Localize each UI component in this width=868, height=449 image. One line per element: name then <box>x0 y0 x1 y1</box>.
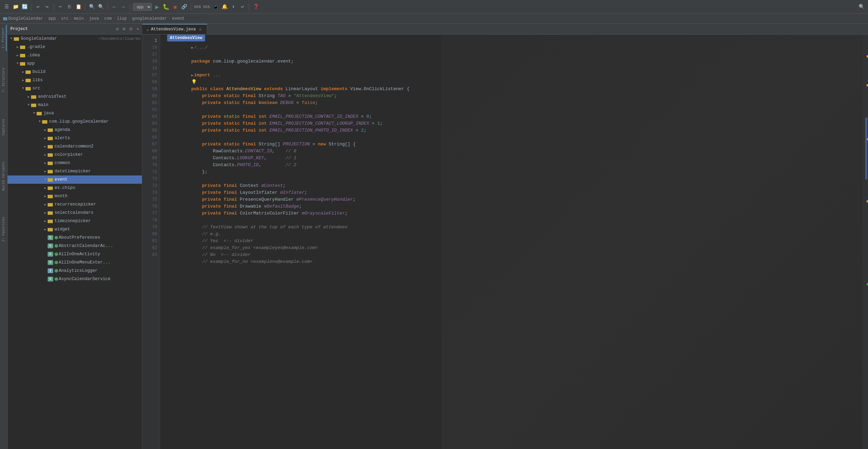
popup-hint-text: AttendeesView <box>170 36 202 40</box>
fold-icon[interactable]: ▶ <box>191 74 193 77</box>
tree-main[interactable]: ▼ main <box>8 101 142 109</box>
icon-forward[interactable]: → <box>119 3 127 11</box>
tree-aboutpreferences[interactable]: ▶ C AboutPreferences <box>8 233 142 242</box>
tab-captures[interactable]: Captures <box>1 116 6 138</box>
tree-ex-chips[interactable]: ▶ ex.chips <box>8 184 142 192</box>
tab-favorites[interactable]: 2: Favorites <box>1 214 6 245</box>
line-num-57: 57 <box>142 72 160 79</box>
tree-app[interactable]: ▼ app <box>8 59 142 68</box>
icon-search[interactable]: 🔍 <box>88 3 96 11</box>
bc-src[interactable]: src <box>61 16 69 21</box>
right-indicator-panel <box>862 35 868 449</box>
icon-vcs1[interactable]: VCS <box>194 3 201 11</box>
icon-redo[interactable]: ↪ <box>43 3 51 11</box>
icon-replace[interactable]: 🔍 <box>97 3 105 11</box>
tree-colorpicker[interactable]: ▶ colorpicker <box>8 151 142 159</box>
tree-timezonepicker[interactable]: ▶ timezonepicker <box>8 217 142 225</box>
line-num-77: 77 <box>142 210 160 217</box>
icon-cut[interactable]: ✂ <box>57 3 64 11</box>
svg-rect-15 <box>26 87 28 88</box>
line-num-70: 70 <box>142 162 160 169</box>
fold-icon[interactable]: ▶ <box>191 46 193 50</box>
tree-allinoneactivity[interactable]: ▶ C AllInOneActivity <box>8 250 142 258</box>
bc-com[interactable]: com <box>104 16 112 21</box>
tree-agenda[interactable]: ▶ agenda <box>8 126 142 134</box>
sidebar-title: Project <box>10 27 28 31</box>
code-line-72: private final Context mContext; <box>164 175 862 182</box>
bc-event[interactable]: event <box>172 16 185 21</box>
debug-button[interactable]: 🐛 <box>162 3 170 11</box>
line-num-81: 81 <box>142 238 160 245</box>
tree-src[interactable]: ▼ src <box>8 84 142 93</box>
class-icon-c: C <box>48 252 53 257</box>
bc-java[interactable]: java <box>89 16 99 21</box>
tree-gradle[interactable]: ▶ .gradle <box>8 43 142 51</box>
bc-liup[interactable]: liup <box>117 16 127 21</box>
tab-build-variants[interactable]: Build Variants <box>1 159 6 193</box>
tree-calendarcommon2[interactable]: ▶ calendarcommon2 <box>8 142 142 151</box>
tree-analyticslogger[interactable]: ▶ I AnalyticsLogger <box>8 267 142 275</box>
icon-open[interactable]: 📁 <box>12 3 19 11</box>
tree-libs[interactable]: ▶ libs <box>8 76 142 84</box>
bc-main[interactable]: main <box>74 16 84 21</box>
tree-idea[interactable]: ▶ .idea <box>8 51 142 59</box>
tree-event[interactable]: ▼ event <box>8 175 142 184</box>
icon-undo[interactable]: ↩ <box>34 3 42 11</box>
tab-attendeesview[interactable]: ☕ AttendeesView.java ✕ <box>142 24 207 34</box>
sidebar-expand-icon[interactable]: ⊞ <box>123 26 126 32</box>
attach-button[interactable]: 🔗 <box>180 3 188 11</box>
icon-download[interactable]: ⬇ <box>230 3 237 11</box>
tab-project[interactable]: 1: Project <box>1 25 7 51</box>
code-content[interactable]: ▶/.../ package com.liup.googlecalendar.e… <box>160 35 862 449</box>
icon-search-everywhere[interactable]: 🔍 <box>858 3 865 11</box>
icon-help[interactable]: ❓ <box>252 3 260 11</box>
bc-app[interactable]: app <box>48 16 56 21</box>
tree-datetimepicker[interactable]: ▶ datetimepicker <box>8 167 142 175</box>
bulb-icon[interactable]: 💡 <box>191 79 197 85</box>
tree-abstractcalendarac[interactable]: ▶ C AbstractCalendarAc... <box>8 242 142 250</box>
run-button[interactable]: ▶ <box>153 3 161 11</box>
icon-back[interactable]: ← <box>110 3 118 11</box>
svg-rect-43 <box>48 203 50 204</box>
bc-googlecalendar[interactable]: GoogleCalendar <box>8 16 43 21</box>
tree-common[interactable]: ▶ common <box>8 159 142 167</box>
icon-menu[interactable]: ☰ <box>3 3 10 11</box>
tree-allinonemenuext[interactable]: ▶ C AllInOneMenuExter... <box>8 258 142 267</box>
icon-paste[interactable]: 📋 <box>75 3 82 11</box>
tree-asynccalendarservice[interactable]: ▶ C AsyncCalendarService <box>8 275 142 283</box>
icon-vcs2[interactable]: VCS <box>203 3 210 11</box>
icon-sdk[interactable]: 📱 <box>212 3 219 11</box>
folder-icon <box>48 202 53 207</box>
tree-androidtest[interactable]: ▶ androidTest <box>8 93 142 101</box>
bc-googlecalendar2[interactable]: googlecalendar <box>132 16 167 21</box>
svg-rect-5 <box>20 46 22 47</box>
line-num-66: 66 <box>142 134 160 141</box>
tab-structure[interactable]: 7: Structure <box>1 65 6 95</box>
tree-month[interactable]: ▶ month <box>8 192 142 200</box>
tree-com-liup[interactable]: ▼ com.liup.googlecalendar <box>8 117 142 126</box>
icon-refresh[interactable]: 🔄 <box>21 3 28 11</box>
tree-alerts[interactable]: ▶ alerts <box>8 134 142 142</box>
tree-widget[interactable]: ▶ widget <box>8 225 142 233</box>
stop-button[interactable]: ◼ <box>171 3 179 11</box>
icon-copy[interactable]: ⎘ <box>66 3 73 11</box>
minimap-scrollbar[interactable] <box>865 117 867 180</box>
tree-label: androidTest <box>38 94 141 99</box>
tree-arrow: ▶ <box>43 219 48 223</box>
svg-rect-47 <box>48 220 50 221</box>
editor-tab-bar: ☕ AttendeesView.java ✕ <box>142 23 868 35</box>
tree-recurrencepicker[interactable]: ▶ recurrencepicker <box>8 200 142 209</box>
tree-selectcalendars[interactable]: ▶ selectcalendars <box>8 209 142 217</box>
sidebar-options-icon[interactable]: ▾ <box>136 26 139 32</box>
tree-build[interactable]: ▶ build <box>8 68 142 76</box>
folder-icon <box>20 45 26 49</box>
sidebar-settings-icon[interactable]: ⚙ <box>116 26 119 32</box>
tree-java[interactable]: ▼ java <box>8 109 142 117</box>
tab-close-button[interactable]: ✕ <box>198 27 203 32</box>
icon-notifications[interactable]: 🔔 <box>221 3 228 11</box>
tree-root-googlecalendar[interactable]: ▼ GoogleCalendar ~/Documents/liup/Go <box>8 35 142 43</box>
icon-event[interactable]: ↩ <box>239 3 246 11</box>
sidebar-collapse-icon[interactable]: ⊟ <box>129 26 132 32</box>
line-num-18: 18 <box>142 58 160 65</box>
run-config-dropdown[interactable]: app <box>133 3 152 11</box>
